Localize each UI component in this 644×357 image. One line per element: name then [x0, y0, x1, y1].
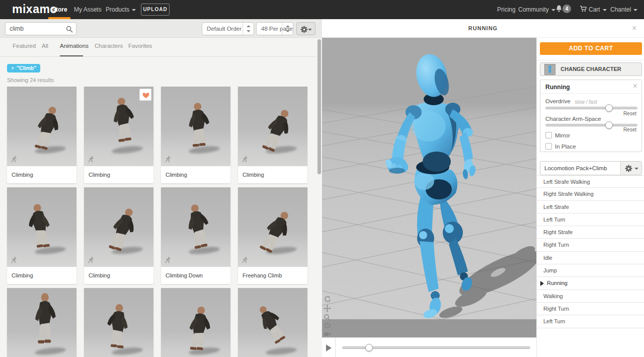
arm-space-slider-thumb[interactable] — [605, 121, 613, 129]
settings-title: Running — [545, 84, 570, 91]
animation-card[interactable] — [7, 288, 76, 357]
animation-card-label: Climbing — [7, 166, 76, 183]
remove-filter-icon[interactable]: × — [11, 65, 14, 71]
animation-thumbnail[interactable] — [84, 87, 153, 166]
chevron-down-icon — [308, 29, 312, 31]
pack-options-gear-button[interactable] — [621, 162, 641, 175]
animation-list-item[interactable]: Right Turn — [537, 303, 644, 315]
play-button[interactable] — [321, 338, 336, 357]
animation-thumbnail[interactable] — [161, 288, 230, 357]
zoom-tool-icon[interactable] — [324, 314, 331, 321]
camera-tool-icon[interactable] — [324, 330, 331, 337]
orbit-tool-icon[interactable] — [324, 296, 331, 303]
character-figure — [92, 200, 145, 267]
animation-card[interactable]: Climbing — [7, 187, 76, 284]
notifications-bell-icon[interactable] — [555, 5, 563, 13]
animation-list-item[interactable]: Right Turn — [537, 239, 644, 251]
notification-count-badge[interactable]: 4 — [562, 5, 571, 13]
timeline-scrubber[interactable] — [365, 344, 373, 351]
animation-list-item[interactable]: Left Turn — [537, 213, 644, 226]
per-page-select[interactable]: 48 Per page — [256, 22, 293, 35]
tab-all[interactable]: All — [42, 43, 48, 49]
animation-card[interactable]: Climbing — [7, 87, 76, 183]
search-filter-chip[interactable]: ×"Climb" — [7, 64, 40, 73]
animation-thumbnail[interactable] — [84, 288, 153, 357]
animation-list-item[interactable]: Walking — [537, 290, 644, 303]
nav-my-assets[interactable]: My Assets — [74, 6, 102, 13]
running-man-icon — [87, 156, 95, 163]
animation-thumbnail[interactable] — [238, 288, 307, 357]
animation-thumbnail[interactable] — [238, 87, 307, 166]
overdrive-slider-track[interactable] — [545, 107, 637, 109]
mirror-checkbox[interactable] — [545, 132, 552, 138]
animation-card[interactable]: Climbing — [161, 87, 230, 183]
nav-cart-dropdown[interactable]: Cart — [589, 6, 607, 13]
character-figure — [176, 303, 217, 357]
animation-list-item[interactable]: Left Turn — [537, 315, 644, 328]
timeline-track[interactable] — [342, 346, 530, 349]
in-place-checkbox[interactable] — [545, 143, 552, 150]
animation-list-item-active[interactable]: Running — [537, 277, 644, 290]
nav-community-dropdown[interactable]: Community — [518, 6, 555, 13]
animation-list-item[interactable]: Left Strafe — [537, 201, 644, 213]
gear-icon — [625, 165, 632, 172]
animation-list-item[interactable]: Right Strafe Walking — [537, 188, 644, 200]
animation-card[interactable]: Climbing — [84, 187, 153, 284]
nav-pricing[interactable]: Pricing — [497, 6, 516, 13]
running-man-icon — [164, 156, 172, 163]
nav-products-dropdown[interactable]: Products — [106, 6, 136, 13]
add-to-cart-button[interactable]: ADD TO CART — [540, 42, 642, 55]
animation-card[interactable]: Climbing Down — [161, 187, 230, 284]
animation-list-item[interactable]: Right Strafe — [537, 226, 644, 239]
upload-button[interactable]: UPLOAD — [141, 4, 170, 16]
animation-list-item[interactable]: Left Strafe Walking — [537, 175, 644, 188]
animation-thumbnail[interactable] — [7, 87, 76, 166]
animation-list-item[interactable]: Jump — [537, 264, 644, 277]
animation-thumbnail[interactable] — [7, 187, 76, 267]
favorite-badge[interactable] — [139, 89, 151, 101]
animation-card[interactable]: Climbing — [238, 87, 307, 183]
tab-favorites[interactable]: Favorites — [128, 43, 152, 49]
gear-icon — [300, 26, 308, 33]
animation-card[interactable]: Freehang Climb — [238, 187, 307, 284]
animation-card[interactable] — [84, 288, 153, 357]
nav-store[interactable]: Store — [52, 6, 67, 13]
tab-featured[interactable]: Featured — [13, 43, 36, 49]
search-input[interactable] — [10, 23, 64, 34]
animation-card[interactable] — [161, 288, 230, 357]
viewport-3d[interactable] — [321, 38, 536, 337]
character-figure — [178, 100, 216, 161]
pack-name-input[interactable]: Locomotion Pack+Climb — [540, 162, 621, 175]
mixamo-logo[interactable]: mixamo — [12, 3, 57, 16]
top-navbar: mixamo Store My Assets Products UPLOAD P… — [0, 0, 644, 19]
arm-space-slider-track[interactable] — [545, 124, 637, 126]
results-scrollbar[interactable] — [317, 39, 321, 174]
close-settings-icon[interactable]: × — [633, 83, 637, 90]
animation-card[interactable]: Climbing — [84, 87, 153, 183]
overdrive-slider-thumb[interactable] — [605, 104, 613, 112]
divider — [537, 60, 644, 60]
animation-thumbnail[interactable] — [84, 187, 153, 267]
animation-thumbnail[interactable] — [161, 187, 230, 267]
animation-thumbnail[interactable] — [7, 288, 76, 357]
animation-thumbnail[interactable] — [238, 187, 307, 267]
arm-space-reset-link[interactable]: Reset — [623, 127, 636, 132]
close-preview-icon[interactable]: × — [632, 25, 636, 32]
animation-card[interactable] — [238, 288, 307, 357]
animation-list-item-label: Running — [547, 280, 568, 286]
overdrive-reset-link[interactable]: Reset — [623, 111, 636, 116]
reset-camera-tool-icon[interactable] — [324, 322, 331, 329]
animation-list-item[interactable]: Idle — [537, 252, 644, 264]
sort-order-select[interactable]: Default Order — [202, 22, 254, 35]
tab-characters[interactable]: Characters — [95, 43, 123, 49]
overdrive-hint: slow / fast — [575, 99, 597, 105]
change-character-button[interactable]: CHANGE CHARACTER — [540, 62, 642, 76]
search-icon[interactable] — [66, 26, 73, 33]
tab-animations[interactable]: Animations — [60, 43, 89, 49]
grid-options-gear-button[interactable] — [296, 22, 315, 35]
nav-user-dropdown[interactable]: Chantel — [610, 6, 637, 13]
viewport-bottom-strip — [321, 319, 536, 337]
animation-thumbnail[interactable] — [161, 87, 230, 166]
chevron-down-icon — [603, 9, 607, 11]
pan-tool-icon[interactable] — [324, 305, 331, 312]
